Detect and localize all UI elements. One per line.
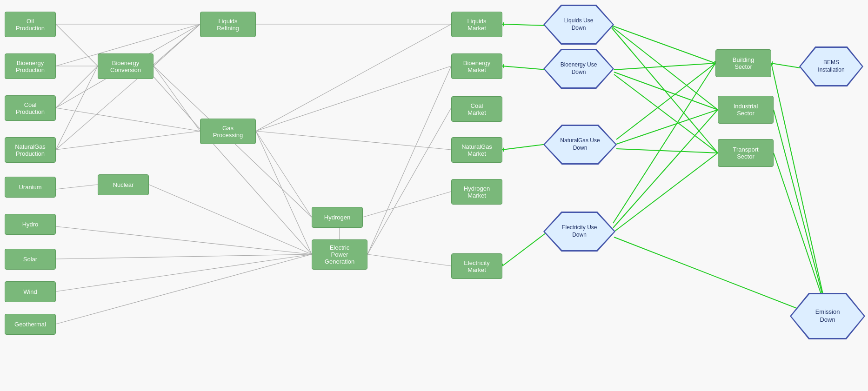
svg-line-11 bbox=[56, 226, 312, 254]
svg-line-21 bbox=[256, 131, 451, 150]
industrial-sector-node[interactable]: IndustrialSector bbox=[718, 96, 774, 124]
svg-line-10 bbox=[56, 185, 98, 189]
svg-marker-34 bbox=[502, 64, 504, 68]
hydrogen-market-node[interactable]: HydrogenMarket bbox=[451, 179, 502, 205]
svg-line-16 bbox=[154, 66, 200, 131]
naturalgas-use-down-node[interactable]: NaturalGas UseDown bbox=[543, 125, 617, 165]
bioenergy-use-down-node[interactable]: Bioenergy UseDown bbox=[543, 49, 614, 89]
svg-line-39 bbox=[612, 26, 715, 63]
transport-sector-node[interactable]: TransportSector bbox=[718, 139, 774, 167]
svg-line-12 bbox=[56, 254, 312, 259]
bioenergy-production-node[interactable]: BioenergyProduction bbox=[5, 53, 56, 79]
svg-line-43 bbox=[614, 74, 718, 153]
svg-line-8 bbox=[56, 66, 98, 150]
svg-line-31 bbox=[502, 24, 547, 26]
svg-line-52 bbox=[771, 63, 827, 311]
hydro-node[interactable]: Hydro bbox=[5, 214, 56, 235]
diagram-container: OilProduction BioenergyProduction CoalPr… bbox=[0, 0, 868, 391]
svg-line-22 bbox=[256, 131, 312, 217]
coal-production-node[interactable]: CoalProduction bbox=[5, 95, 56, 121]
svg-line-9 bbox=[56, 24, 200, 150]
svg-line-26 bbox=[363, 192, 451, 217]
svg-line-47 bbox=[613, 63, 715, 223]
svg-line-48 bbox=[613, 110, 718, 228]
svg-line-58 bbox=[771, 63, 800, 68]
svg-line-1 bbox=[56, 24, 98, 66]
electricity-market-node[interactable]: ElectricityMarket bbox=[451, 253, 502, 279]
naturalgas-market-node[interactable]: NaturalGasMarket bbox=[451, 137, 502, 163]
svg-line-17 bbox=[154, 77, 312, 254]
svg-line-56 bbox=[774, 153, 827, 311]
oil-production-node[interactable]: OilProduction bbox=[5, 12, 56, 37]
electric-power-node[interactable]: ElectricPowerGeneration bbox=[312, 239, 367, 270]
electricity-use-down-node[interactable]: Electricity UseDown bbox=[543, 212, 615, 252]
svg-line-23 bbox=[256, 131, 312, 254]
building-sector-node[interactable]: BuildingSector bbox=[715, 49, 771, 77]
svg-line-33 bbox=[502, 66, 547, 70]
svg-marker-59 bbox=[771, 61, 773, 66]
svg-line-15 bbox=[154, 24, 200, 66]
bioenergy-conversion-node[interactable]: BioenergyConversion bbox=[98, 53, 154, 79]
svg-line-5 bbox=[56, 66, 98, 108]
uranium-node[interactable]: Uranium bbox=[5, 177, 56, 198]
svg-line-14 bbox=[56, 254, 312, 324]
svg-line-25 bbox=[256, 24, 451, 131]
geothermal-node[interactable]: Geothermal bbox=[5, 314, 56, 335]
bems-installation-node[interactable]: BEMSInstallation bbox=[799, 46, 863, 86]
svg-line-27 bbox=[367, 254, 451, 266]
liquids-use-down-node[interactable]: Liquids UseDown bbox=[543, 5, 614, 45]
svg-line-37 bbox=[502, 232, 547, 266]
svg-line-46 bbox=[616, 149, 718, 153]
svg-line-30 bbox=[367, 108, 451, 254]
svg-marker-32 bbox=[502, 22, 504, 27]
svg-line-54 bbox=[774, 110, 827, 311]
wind-node[interactable]: Wind bbox=[5, 281, 56, 302]
svg-line-49 bbox=[613, 153, 718, 232]
svg-line-29 bbox=[367, 66, 451, 254]
svg-line-13 bbox=[56, 254, 312, 292]
gas-processing-node[interactable]: GasProcessing bbox=[200, 119, 256, 144]
naturalgas-production-node[interactable]: NaturalGasProduction bbox=[5, 137, 56, 163]
svg-line-42 bbox=[614, 72, 718, 110]
liquids-refining-node[interactable]: LiquidsRefining bbox=[200, 12, 256, 37]
svg-line-44 bbox=[616, 63, 715, 139]
liquids-market-node[interactable]: LiquidsMarket bbox=[451, 12, 502, 37]
svg-marker-36 bbox=[502, 147, 504, 152]
svg-line-19 bbox=[149, 185, 312, 254]
svg-line-7 bbox=[56, 131, 200, 150]
hydrogen-node[interactable]: Hydrogen bbox=[312, 207, 363, 228]
svg-line-50 bbox=[612, 28, 718, 153]
svg-line-24 bbox=[256, 66, 451, 131]
svg-line-35 bbox=[502, 144, 547, 150]
svg-line-4 bbox=[56, 108, 200, 131]
svg-line-41 bbox=[614, 63, 715, 70]
coal-market-node[interactable]: CoalMarket bbox=[451, 96, 502, 122]
svg-line-51 bbox=[612, 27, 718, 110]
svg-line-45 bbox=[616, 110, 718, 144]
nuclear-node[interactable]: Nuclear bbox=[98, 174, 149, 195]
bioenergy-market-node[interactable]: BioenergyMarket bbox=[451, 53, 502, 79]
emission-down-node[interactable]: EmissionDown bbox=[790, 293, 865, 339]
solar-node[interactable]: Solar bbox=[5, 249, 56, 270]
